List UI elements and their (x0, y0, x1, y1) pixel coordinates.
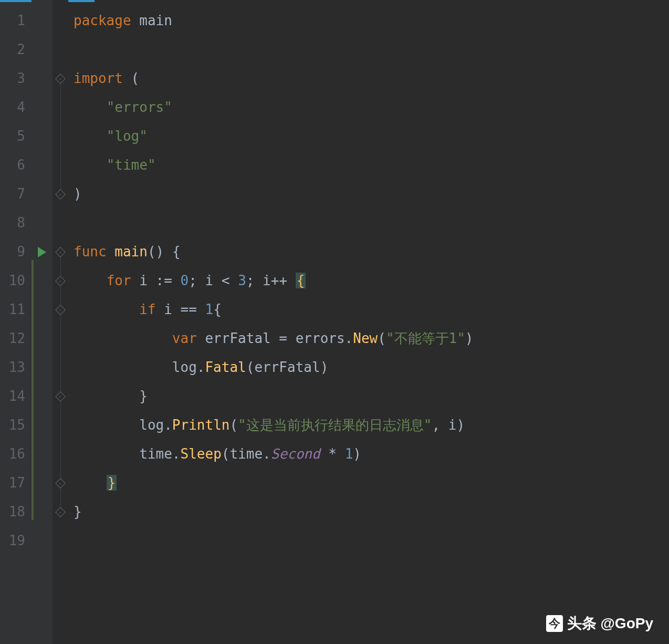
line-number: 17 (0, 469, 25, 497)
code-editor[interactable]: 1 2 3 4 5 6 7 8 9 10 11 12 13 14 15 16 1… (0, 0, 669, 644)
line-number: 18 (0, 497, 25, 526)
code-line: var errFatal = errors.New("不能等于1") (74, 324, 669, 353)
line-number: 15 (0, 411, 25, 440)
code-line: import ( (74, 64, 669, 93)
fold-gutter: - - - - - - - - (53, 0, 68, 644)
fold-toggle-icon[interactable]: - (55, 391, 66, 402)
line-number: 13 (0, 353, 25, 382)
line-number: 6 (0, 151, 25, 180)
code-line: if i == 1{ (74, 295, 669, 324)
line-number: 10 (0, 266, 25, 295)
fold-toggle-icon[interactable]: - (55, 507, 66, 517)
watermark: 今 头条 @GoPy (546, 614, 653, 633)
line-number: 4 (0, 93, 25, 122)
line-number: 11 (0, 295, 25, 324)
code-line: "log" (74, 122, 669, 151)
line-number: 5 (0, 122, 25, 151)
code-line: "errors" (74, 93, 669, 122)
code-line: ) (74, 180, 669, 209)
code-line (74, 526, 669, 555)
code-line: package main (74, 6, 669, 35)
code-line: func main() { (74, 237, 669, 266)
line-number: 1 (0, 6, 25, 35)
line-number: 19 (0, 526, 25, 555)
fold-toggle-icon[interactable]: - (55, 478, 66, 489)
fold-toggle-icon[interactable]: - (55, 189, 66, 200)
code-line: log.Fatal(errFatal) (74, 353, 669, 382)
toutiao-logo-icon: 今 (546, 615, 563, 632)
code-line: time.Sleep(time.Second * 1) (74, 440, 669, 469)
fold-toggle-icon[interactable]: - (55, 276, 66, 286)
run-icon[interactable] (38, 247, 46, 257)
watermark-prefix: 头条 (567, 614, 597, 633)
fold-toggle-icon[interactable]: - (55, 247, 66, 257)
line-number: 2 (0, 35, 25, 64)
fold-toggle-icon[interactable]: - (55, 74, 66, 84)
line-number: 16 (0, 440, 25, 469)
line-number: 3 (0, 64, 25, 93)
line-number: 7 (0, 180, 25, 209)
code-line: } (74, 469, 669, 497)
run-gutter (32, 0, 53, 644)
line-number: 8 (0, 209, 25, 237)
code-line: log.Println("这是当前执行结果的日志消息", i) (74, 411, 669, 440)
code-line: } (74, 497, 669, 526)
fold-toggle-icon[interactable]: - (55, 305, 66, 315)
line-number: 12 (0, 324, 25, 353)
change-marker (32, 260, 34, 520)
code-line (74, 209, 669, 237)
code-line (74, 35, 669, 64)
code-area[interactable]: package main import ( "errors" "log" "ti… (68, 0, 669, 644)
line-number-gutter: 1 2 3 4 5 6 7 8 9 10 11 12 13 14 15 16 1… (0, 0, 32, 644)
line-number: 9 (0, 237, 25, 266)
code-line: } (74, 382, 669, 411)
code-line: "time" (74, 151, 669, 180)
code-line: for i := 0; i < 3; i++ { (74, 266, 669, 295)
watermark-handle: @GoPy (601, 615, 653, 632)
line-number: 14 (0, 382, 25, 411)
